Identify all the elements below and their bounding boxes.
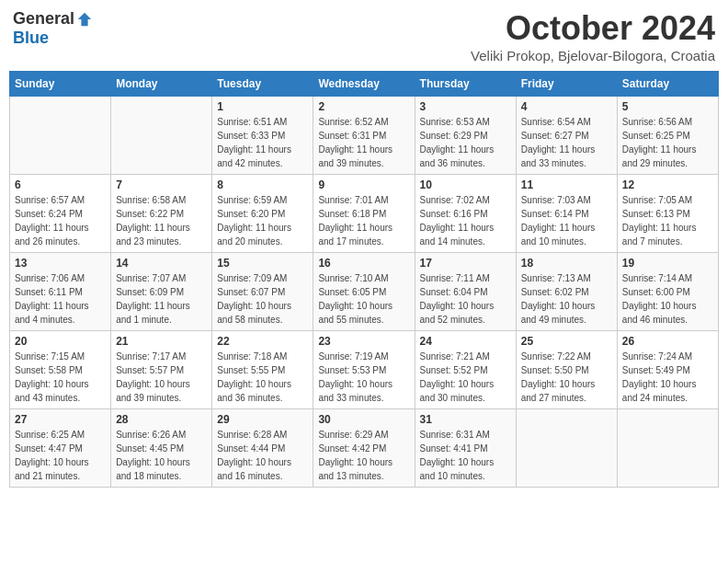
day-info: Sunrise: 7:01 AM Sunset: 6:18 PM Dayligh… bbox=[318, 193, 409, 248]
weekday-header-saturday: Saturday bbox=[617, 72, 718, 97]
day-number: 4 bbox=[521, 100, 612, 113]
calendar-cell: 5Sunrise: 6:56 AM Sunset: 6:25 PM Daylig… bbox=[617, 97, 718, 175]
calendar-cell: 10Sunrise: 7:02 AM Sunset: 6:16 PM Dayli… bbox=[415, 175, 516, 253]
day-number: 11 bbox=[521, 178, 612, 191]
day-info: Sunrise: 6:53 AM Sunset: 6:29 PM Dayligh… bbox=[420, 115, 511, 170]
week-row-5: 27Sunrise: 6:25 AM Sunset: 4:47 PM Dayli… bbox=[10, 409, 719, 488]
calendar-cell: 31Sunrise: 6:31 AM Sunset: 4:41 PM Dayli… bbox=[415, 409, 516, 488]
day-number: 8 bbox=[217, 178, 308, 191]
day-number: 9 bbox=[318, 178, 409, 191]
day-number: 18 bbox=[521, 257, 612, 270]
weekday-header-friday: Friday bbox=[516, 72, 617, 97]
calendar-cell bbox=[111, 97, 212, 175]
day-info: Sunrise: 7:21 AM Sunset: 5:52 PM Dayligh… bbox=[420, 350, 511, 405]
day-info: Sunrise: 6:57 AM Sunset: 6:24 PM Dayligh… bbox=[15, 193, 106, 248]
day-info: Sunrise: 7:15 AM Sunset: 5:58 PM Dayligh… bbox=[15, 350, 106, 405]
day-number: 12 bbox=[622, 178, 713, 191]
calendar-cell: 8Sunrise: 6:59 AM Sunset: 6:20 PM Daylig… bbox=[212, 175, 313, 253]
week-row-3: 13Sunrise: 7:06 AM Sunset: 6:11 PM Dayli… bbox=[10, 253, 719, 331]
logo: General Blue bbox=[13, 9, 93, 48]
day-number: 22 bbox=[217, 335, 308, 348]
weekday-header-tuesday: Tuesday bbox=[212, 72, 313, 97]
title-section: October 2024 Veliki Prokop, Bjelovar-Bil… bbox=[471, 9, 715, 63]
day-number: 25 bbox=[521, 335, 612, 348]
calendar-cell: 4Sunrise: 6:54 AM Sunset: 6:27 PM Daylig… bbox=[516, 97, 617, 175]
day-number: 17 bbox=[420, 257, 511, 270]
calendar-cell: 11Sunrise: 7:03 AM Sunset: 6:14 PM Dayli… bbox=[516, 175, 617, 253]
day-number: 3 bbox=[420, 100, 511, 113]
weekday-header-thursday: Thursday bbox=[415, 72, 516, 97]
day-info: Sunrise: 7:09 AM Sunset: 6:07 PM Dayligh… bbox=[217, 271, 308, 327]
day-info: Sunrise: 6:59 AM Sunset: 6:20 PM Dayligh… bbox=[217, 193, 308, 248]
calendar-cell: 30Sunrise: 6:29 AM Sunset: 4:42 PM Dayli… bbox=[313, 409, 415, 488]
calendar-cell bbox=[617, 409, 718, 488]
calendar-cell: 7Sunrise: 6:58 AM Sunset: 6:22 PM Daylig… bbox=[111, 175, 212, 253]
week-row-4: 20Sunrise: 7:15 AM Sunset: 5:58 PM Dayli… bbox=[10, 331, 719, 409]
calendar-cell: 16Sunrise: 7:10 AM Sunset: 6:05 PM Dayli… bbox=[313, 253, 415, 331]
calendar-cell: 9Sunrise: 7:01 AM Sunset: 6:18 PM Daylig… bbox=[313, 175, 415, 253]
day-number: 20 bbox=[15, 335, 106, 348]
weekday-header-row: SundayMondayTuesdayWednesdayThursdayFrid… bbox=[10, 72, 719, 97]
calendar-cell: 3Sunrise: 6:53 AM Sunset: 6:29 PM Daylig… bbox=[415, 97, 516, 175]
day-info: Sunrise: 6:51 AM Sunset: 6:33 PM Dayligh… bbox=[217, 115, 308, 170]
day-info: Sunrise: 6:56 AM Sunset: 6:25 PM Dayligh… bbox=[622, 115, 713, 170]
day-number: 29 bbox=[217, 413, 308, 426]
day-number: 2 bbox=[318, 100, 409, 113]
calendar-cell: 21Sunrise: 7:17 AM Sunset: 5:57 PM Dayli… bbox=[111, 331, 212, 409]
day-number: 5 bbox=[622, 100, 713, 113]
calendar-cell: 23Sunrise: 7:19 AM Sunset: 5:53 PM Dayli… bbox=[313, 331, 415, 409]
day-info: Sunrise: 6:58 AM Sunset: 6:22 PM Dayligh… bbox=[116, 193, 207, 248]
calendar-cell: 29Sunrise: 6:28 AM Sunset: 4:44 PM Dayli… bbox=[212, 409, 313, 488]
calendar-cell: 25Sunrise: 7:22 AM Sunset: 5:50 PM Dayli… bbox=[516, 331, 617, 409]
day-number: 21 bbox=[116, 335, 207, 348]
day-number: 19 bbox=[622, 257, 713, 270]
calendar-cell: 27Sunrise: 6:25 AM Sunset: 4:47 PM Dayli… bbox=[10, 409, 111, 488]
day-number: 31 bbox=[420, 413, 511, 426]
day-info: Sunrise: 6:54 AM Sunset: 6:27 PM Dayligh… bbox=[521, 115, 612, 170]
day-info: Sunrise: 7:13 AM Sunset: 6:02 PM Dayligh… bbox=[521, 271, 612, 327]
day-info: Sunrise: 7:14 AM Sunset: 6:00 PM Dayligh… bbox=[622, 271, 713, 327]
calendar-cell: 20Sunrise: 7:15 AM Sunset: 5:58 PM Dayli… bbox=[10, 331, 111, 409]
header: General Blue October 2024 Veliki Prokop,… bbox=[9, 9, 719, 63]
day-number: 24 bbox=[420, 335, 511, 348]
day-info: Sunrise: 7:22 AM Sunset: 5:50 PM Dayligh… bbox=[521, 350, 612, 405]
weekday-header-wednesday: Wednesday bbox=[313, 72, 415, 97]
logo-blue: Blue bbox=[13, 29, 49, 48]
day-info: Sunrise: 7:02 AM Sunset: 6:16 PM Dayligh… bbox=[420, 193, 511, 248]
day-number: 6 bbox=[15, 178, 106, 191]
day-number: 14 bbox=[116, 257, 207, 270]
calendar-table: SundayMondayTuesdayWednesdayThursdayFrid… bbox=[9, 71, 719, 488]
day-number: 7 bbox=[116, 178, 207, 191]
calendar-cell: 12Sunrise: 7:05 AM Sunset: 6:13 PM Dayli… bbox=[617, 175, 718, 253]
calendar-cell: 26Sunrise: 7:24 AM Sunset: 5:49 PM Dayli… bbox=[617, 331, 718, 409]
location-title: Veliki Prokop, Bjelovar-Bilogora, Croati… bbox=[471, 48, 715, 63]
month-title: October 2024 bbox=[471, 9, 715, 48]
day-info: Sunrise: 7:17 AM Sunset: 5:57 PM Dayligh… bbox=[116, 350, 207, 405]
calendar-cell: 19Sunrise: 7:14 AM Sunset: 6:00 PM Dayli… bbox=[617, 253, 718, 331]
calendar-cell: 18Sunrise: 7:13 AM Sunset: 6:02 PM Dayli… bbox=[516, 253, 617, 331]
day-info: Sunrise: 6:26 AM Sunset: 4:45 PM Dayligh… bbox=[116, 428, 207, 483]
day-info: Sunrise: 7:07 AM Sunset: 6:09 PM Dayligh… bbox=[116, 271, 207, 327]
day-number: 30 bbox=[318, 413, 409, 426]
calendar-cell: 1Sunrise: 6:51 AM Sunset: 6:33 PM Daylig… bbox=[212, 97, 313, 175]
day-info: Sunrise: 7:10 AM Sunset: 6:05 PM Dayligh… bbox=[318, 271, 409, 327]
calendar-cell: 6Sunrise: 6:57 AM Sunset: 6:24 PM Daylig… bbox=[10, 175, 111, 253]
calendar-cell: 28Sunrise: 6:26 AM Sunset: 4:45 PM Dayli… bbox=[111, 409, 212, 488]
day-number: 26 bbox=[622, 335, 713, 348]
day-info: Sunrise: 6:31 AM Sunset: 4:41 PM Dayligh… bbox=[420, 428, 511, 483]
logo-icon bbox=[76, 11, 93, 28]
calendar-cell: 17Sunrise: 7:11 AM Sunset: 6:04 PM Dayli… bbox=[415, 253, 516, 331]
day-info: Sunrise: 7:19 AM Sunset: 5:53 PM Dayligh… bbox=[318, 350, 409, 405]
day-number: 10 bbox=[420, 178, 511, 191]
day-info: Sunrise: 6:52 AM Sunset: 6:31 PM Dayligh… bbox=[318, 115, 409, 170]
day-number: 15 bbox=[217, 257, 308, 270]
day-info: Sunrise: 7:11 AM Sunset: 6:04 PM Dayligh… bbox=[420, 271, 511, 327]
day-info: Sunrise: 6:25 AM Sunset: 4:47 PM Dayligh… bbox=[15, 428, 106, 483]
calendar-cell bbox=[516, 409, 617, 488]
day-number: 23 bbox=[318, 335, 409, 348]
weekday-header-sunday: Sunday bbox=[10, 72, 111, 97]
logo-general: General bbox=[13, 9, 74, 29]
day-info: Sunrise: 7:18 AM Sunset: 5:55 PM Dayligh… bbox=[217, 350, 308, 405]
day-info: Sunrise: 7:03 AM Sunset: 6:14 PM Dayligh… bbox=[521, 193, 612, 248]
day-info: Sunrise: 7:06 AM Sunset: 6:11 PM Dayligh… bbox=[15, 271, 106, 327]
